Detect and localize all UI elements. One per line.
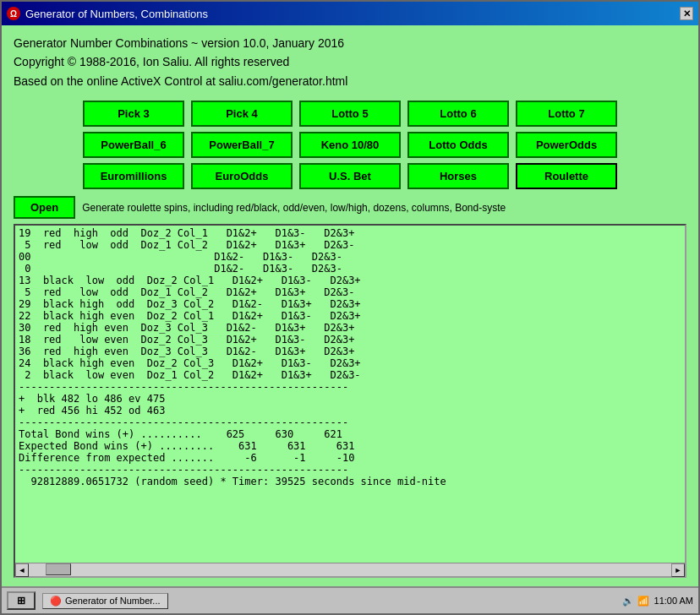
- taskbar: ⊞ 🔴 Generator of Number... 🔊 📶 11:00 AM: [2, 586, 698, 613]
- pick3-button[interactable]: Pick 3: [83, 101, 184, 127]
- header-line3: Based on the online ActiveX Control at s…: [14, 72, 686, 90]
- buttons-grid: Pick 3 Pick 4 Lotto 5 Lotto 6 Lotto 7 Po…: [14, 101, 686, 189]
- close-button[interactable]: ✕: [680, 7, 693, 20]
- header-line2: Copyright © 1988-2016, Ion Saliu. All ri…: [14, 52, 686, 71]
- title-bar: Ω Generator of Numbers, Combinations ✕: [2, 2, 698, 25]
- main-window: Ω Generator of Numbers, Combinations ✕ G…: [0, 0, 700, 615]
- taskbar-app-label: Generator of Number...: [65, 596, 161, 606]
- button-row-2: PowerBall_6 PowerBall_7 Keno 10/80 Lotto…: [14, 132, 686, 158]
- header-line1: Generator Number Combinations ~ version …: [14, 34, 686, 52]
- main-content: Generator Number Combinations ~ version …: [2, 25, 698, 586]
- open-button[interactable]: Open: [14, 196, 75, 219]
- title-bar-left: Ω Generator of Numbers, Combinations: [7, 7, 208, 20]
- bottom-scrollbar: ◄ ►: [15, 563, 685, 576]
- powerball6-button[interactable]: PowerBall_6: [83, 132, 184, 158]
- lottoodds-button[interactable]: Lotto Odds: [407, 132, 509, 158]
- powerball7-button[interactable]: PowerBall_7: [191, 132, 293, 158]
- lotto6-button[interactable]: Lotto 6: [407, 101, 509, 127]
- open-description: Generate roulette spins, including red/b…: [82, 202, 686, 214]
- scroll-thumb[interactable]: [46, 563, 71, 575]
- scroll-right-arrow[interactable]: ►: [671, 563, 685, 577]
- system-time: 11:00 AM: [654, 596, 693, 606]
- app-icon: Ω: [7, 7, 20, 20]
- scroll-track[interactable]: [29, 563, 671, 576]
- system-tray: 🔊 📶 11:00 AM: [622, 596, 693, 607]
- powerodds-button[interactable]: PowerOdds: [516, 132, 617, 158]
- usbet-button[interactable]: U.S. Bet: [299, 163, 401, 189]
- euroodds-button[interactable]: EuroOdds: [191, 163, 293, 189]
- tray-icons: 🔊 📶: [622, 596, 648, 607]
- window-title: Generator of Numbers, Combinations: [25, 8, 208, 20]
- output-text: 19 red high odd Doz_2 Col_1 D1&2+ D1&3- …: [19, 227, 681, 487]
- header-info: Generator Number Combinations ~ version …: [14, 34, 686, 90]
- output-container: 19 red high odd Doz_2 Col_1 D1&2+ D1&3- …: [14, 224, 686, 578]
- horses-button[interactable]: Horses: [407, 163, 509, 189]
- taskbar-app-button[interactable]: 🔴 Generator of Number...: [42, 593, 168, 609]
- taskbar-left: ⊞ 🔴 Generator of Number...: [7, 591, 168, 610]
- taskbar-icon: 🔴: [50, 596, 62, 607]
- scroll-left-arrow[interactable]: ◄: [15, 563, 29, 577]
- output-scroll[interactable]: 19 red high odd Doz_2 Col_1 D1&2+ D1&3- …: [15, 226, 685, 563]
- lotto7-button[interactable]: Lotto 7: [516, 101, 617, 127]
- pick4-button[interactable]: Pick 4: [191, 101, 293, 127]
- open-row: Open Generate roulette spins, including …: [14, 196, 686, 219]
- keno-button[interactable]: Keno 10/80: [299, 132, 401, 158]
- start-button[interactable]: ⊞: [7, 591, 36, 610]
- roulette-button[interactable]: Roulette: [516, 163, 617, 189]
- lotto5-button[interactable]: Lotto 5: [299, 101, 401, 127]
- button-row-1: Pick 3 Pick 4 Lotto 5 Lotto 6 Lotto 7: [14, 101, 686, 127]
- button-row-3: Euromillions EuroOdds U.S. Bet Horses Ro…: [14, 163, 686, 189]
- euromillions-button[interactable]: Euromillions: [83, 163, 184, 189]
